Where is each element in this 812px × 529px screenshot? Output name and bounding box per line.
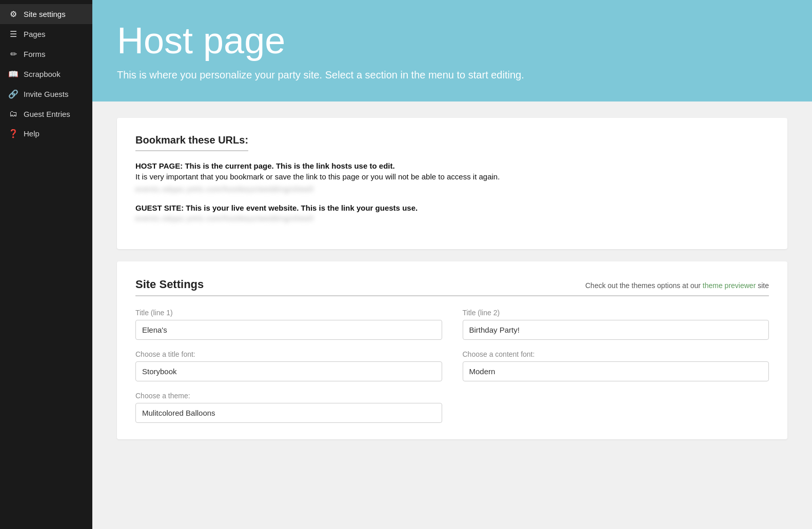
help-icon: ❓ [8,129,18,138]
content-font-group: Choose a content font: [463,350,769,381]
section-header: Site Settings Check out the themes optio… [135,278,769,296]
title-line1-input[interactable] [135,320,442,340]
guest-entries-icon: 🗂 [8,109,18,118]
section-subtitle: Check out the themes options at our them… [585,281,769,290]
sidebar-item-label: Pages [24,30,46,38]
pages-icon: ☰ [8,29,18,39]
subtitle-text: Check out the themes options at our [585,281,701,290]
content-area: Bookmark these URLs: HOST PAGE: This is … [92,101,812,529]
sidebar-item-guest-entries[interactable]: 🗂 Guest Entries [0,104,92,124]
page-subtitle: This is where you personalize your party… [117,69,787,81]
sidebar-item-site-settings[interactable]: ⚙ Site settings [0,4,92,24]
sidebar-item-invite-guests[interactable]: 🔗 Invite Guests [0,84,92,104]
settings-form: Title (line 1) Title (line 2) Choose a t… [135,309,769,423]
title-line2-group: Title (line 2) [463,309,769,340]
sidebar-item-label: Forms [24,50,46,58]
title-line2-label: Title (line 2) [463,309,769,317]
forms-icon: ✏ [8,49,18,59]
theme-input[interactable] [135,403,442,423]
title-line1-label: Title (line 1) [135,309,442,317]
bookmark-card: Bookmark these URLs: HOST PAGE: This is … [117,118,787,249]
content-font-label: Choose a content font: [463,350,769,358]
title-font-label: Choose a title font: [135,350,442,358]
sidebar-item-scrapbook[interactable]: 📖 Scrapbook [0,64,92,84]
page-title: Host page [117,21,787,61]
guest-site-label: GUEST SITE: This is your live event webs… [135,204,769,212]
header-banner: Host page This is where you personalize … [92,0,812,101]
site-settings-card: Site Settings Check out the themes optio… [117,261,787,439]
content-font-input[interactable] [463,361,769,381]
sidebar: ⚙ Site settings ☰ Pages ✏ Forms 📖 Scrapb… [0,0,92,529]
theme-previewer-link[interactable]: theme previewer [703,281,756,290]
scrapbook-icon: 📖 [8,69,18,79]
guest-site-url: events.odypu.ymls.com/hostkeys/wedding/o… [135,214,769,222]
title-line1-group: Title (line 1) [135,309,442,340]
section-title: Site Settings [135,278,204,291]
sidebar-item-label: Guest Entries [24,110,70,118]
sidebar-item-help[interactable]: ❓ Help [0,124,92,144]
sidebar-item-pages[interactable]: ☰ Pages [0,24,92,44]
sidebar-item-label: Help [24,129,39,138]
sidebar-item-forms[interactable]: ✏ Forms [0,44,92,64]
sidebar-item-label: Site settings [24,10,66,18]
subtitle-suffix: site [758,281,769,290]
host-page-desc: It is very important that you bookmark o… [135,172,769,181]
title-font-group: Choose a title font: [135,350,442,381]
invite-guests-icon: 🔗 [8,89,18,99]
site-settings-icon: ⚙ [8,9,18,19]
theme-label: Choose a theme: [135,392,442,400]
main-content: Host page This is where you personalize … [92,0,812,529]
host-page-url: events.odypu.ymls.com/hostkeys/wedding/o… [135,185,769,193]
host-page-label: HOST PAGE: This is the current page. Thi… [135,161,769,170]
bookmark-section-title: Bookmark these URLs: [135,134,248,151]
sidebar-item-label: Invite Guests [24,90,69,98]
theme-group: Choose a theme: [135,392,442,423]
title-font-input[interactable] [135,361,442,381]
title-line2-input[interactable] [463,320,769,340]
sidebar-item-label: Scrapbook [24,70,61,78]
